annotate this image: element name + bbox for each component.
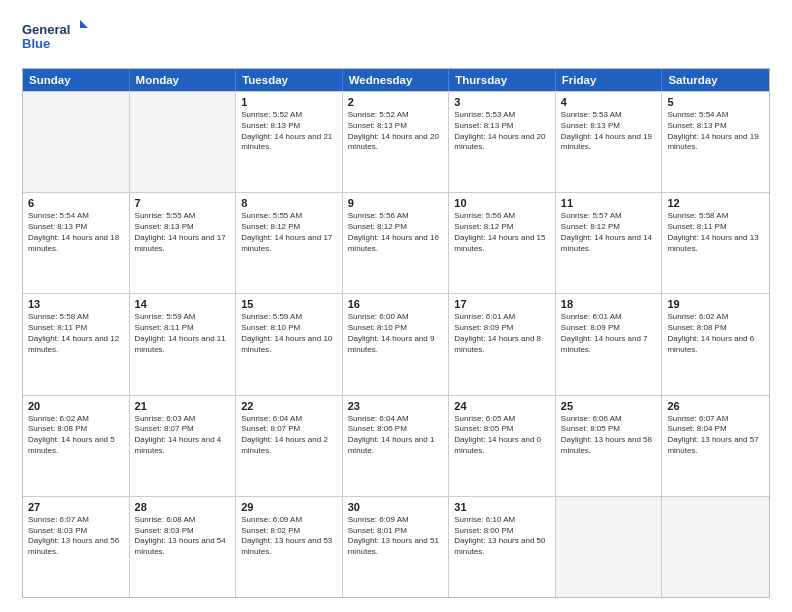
day-number-14: 14 [135, 298, 231, 310]
daylight-30: Daylight: 13 hours and 51 minutes. [348, 536, 444, 558]
daylight-19: Daylight: 14 hours and 6 minutes. [667, 334, 764, 356]
day-number-23: 23 [348, 400, 444, 412]
sunrise-25: Sunrise: 6:06 AM [561, 414, 657, 425]
sunset-1: Sunset: 8:13 PM [241, 121, 337, 132]
day-number-3: 3 [454, 96, 550, 108]
day-27: 27Sunrise: 6:07 AMSunset: 8:03 PMDayligh… [23, 497, 130, 597]
sunrise-22: Sunrise: 6:04 AM [241, 414, 337, 425]
day-number-22: 22 [241, 400, 337, 412]
sunset-17: Sunset: 8:09 PM [454, 323, 550, 334]
sunrise-17: Sunrise: 6:01 AM [454, 312, 550, 323]
calendar-header: SundayMondayTuesdayWednesdayThursdayFrid… [23, 69, 769, 91]
logo: General Blue [22, 18, 92, 58]
empty-cell-4-6 [662, 497, 769, 597]
week-row-4: 20Sunrise: 6:02 AMSunset: 8:08 PMDayligh… [23, 395, 769, 496]
calendar-body: 1Sunrise: 5:52 AMSunset: 8:13 PMDaylight… [23, 91, 769, 597]
sunset-21: Sunset: 8:07 PM [135, 424, 231, 435]
sunrise-24: Sunrise: 6:05 AM [454, 414, 550, 425]
day-number-2: 2 [348, 96, 444, 108]
svg-text:Blue: Blue [22, 36, 50, 51]
header-sunday: Sunday [23, 69, 130, 91]
sunrise-15: Sunrise: 5:59 AM [241, 312, 337, 323]
sunset-19: Sunset: 8:08 PM [667, 323, 764, 334]
day-number-8: 8 [241, 197, 337, 209]
day-30: 30Sunrise: 6:09 AMSunset: 8:01 PMDayligh… [343, 497, 450, 597]
sunset-31: Sunset: 8:00 PM [454, 526, 550, 537]
daylight-9: Daylight: 14 hours and 16 minutes. [348, 233, 444, 255]
daylight-4: Daylight: 14 hours and 19 minutes. [561, 132, 657, 154]
day-number-21: 21 [135, 400, 231, 412]
sunrise-11: Sunrise: 5:57 AM [561, 211, 657, 222]
sunrise-20: Sunrise: 6:02 AM [28, 414, 124, 425]
daylight-2: Daylight: 14 hours and 20 minutes. [348, 132, 444, 154]
day-number-27: 27 [28, 501, 124, 513]
sunset-15: Sunset: 8:10 PM [241, 323, 337, 334]
sunrise-13: Sunrise: 5:58 AM [28, 312, 124, 323]
daylight-28: Daylight: 13 hours and 54 minutes. [135, 536, 231, 558]
header-tuesday: Tuesday [236, 69, 343, 91]
sunset-22: Sunset: 8:07 PM [241, 424, 337, 435]
sunset-5: Sunset: 8:13 PM [667, 121, 764, 132]
header-thursday: Thursday [449, 69, 556, 91]
day-number-10: 10 [454, 197, 550, 209]
sunset-20: Sunset: 8:08 PM [28, 424, 124, 435]
day-19: 19Sunrise: 6:02 AMSunset: 8:08 PMDayligh… [662, 294, 769, 394]
day-31: 31Sunrise: 6:10 AMSunset: 8:00 PMDayligh… [449, 497, 556, 597]
sunset-29: Sunset: 8:02 PM [241, 526, 337, 537]
sunrise-9: Sunrise: 5:56 AM [348, 211, 444, 222]
day-15: 15Sunrise: 5:59 AMSunset: 8:10 PMDayligh… [236, 294, 343, 394]
sunset-24: Sunset: 8:05 PM [454, 424, 550, 435]
sunset-11: Sunset: 8:12 PM [561, 222, 657, 233]
day-number-30: 30 [348, 501, 444, 513]
daylight-24: Daylight: 14 hours and 0 minutes. [454, 435, 550, 457]
day-number-5: 5 [667, 96, 764, 108]
sunset-2: Sunset: 8:13 PM [348, 121, 444, 132]
day-28: 28Sunrise: 6:08 AMSunset: 8:03 PMDayligh… [130, 497, 237, 597]
sunrise-6: Sunrise: 5:54 AM [28, 211, 124, 222]
sunrise-12: Sunrise: 5:58 AM [667, 211, 764, 222]
sunset-4: Sunset: 8:13 PM [561, 121, 657, 132]
day-11: 11Sunrise: 5:57 AMSunset: 8:12 PMDayligh… [556, 193, 663, 293]
sunset-13: Sunset: 8:11 PM [28, 323, 124, 334]
day-2: 2Sunrise: 5:52 AMSunset: 8:13 PMDaylight… [343, 92, 450, 192]
sunset-14: Sunset: 8:11 PM [135, 323, 231, 334]
daylight-29: Daylight: 13 hours and 53 minutes. [241, 536, 337, 558]
sunrise-30: Sunrise: 6:09 AM [348, 515, 444, 526]
week-row-2: 6Sunrise: 5:54 AMSunset: 8:13 PMDaylight… [23, 192, 769, 293]
sunrise-1: Sunrise: 5:52 AM [241, 110, 337, 121]
page-header: General Blue [22, 18, 770, 58]
day-9: 9Sunrise: 5:56 AMSunset: 8:12 PMDaylight… [343, 193, 450, 293]
day-number-31: 31 [454, 501, 550, 513]
sunrise-28: Sunrise: 6:08 AM [135, 515, 231, 526]
day-18: 18Sunrise: 6:01 AMSunset: 8:09 PMDayligh… [556, 294, 663, 394]
daylight-1: Daylight: 14 hours and 21 minutes. [241, 132, 337, 154]
daylight-21: Daylight: 14 hours and 4 minutes. [135, 435, 231, 457]
sunset-16: Sunset: 8:10 PM [348, 323, 444, 334]
sunrise-27: Sunrise: 6:07 AM [28, 515, 124, 526]
daylight-22: Daylight: 14 hours and 2 minutes. [241, 435, 337, 457]
day-10: 10Sunrise: 5:56 AMSunset: 8:12 PMDayligh… [449, 193, 556, 293]
sunrise-31: Sunrise: 6:10 AM [454, 515, 550, 526]
daylight-16: Daylight: 14 hours and 9 minutes. [348, 334, 444, 356]
empty-cell-4-5 [556, 497, 663, 597]
daylight-12: Daylight: 14 hours and 13 minutes. [667, 233, 764, 255]
sunrise-18: Sunrise: 6:01 AM [561, 312, 657, 323]
sunset-12: Sunset: 8:11 PM [667, 222, 764, 233]
sunrise-5: Sunrise: 5:54 AM [667, 110, 764, 121]
sunrise-4: Sunrise: 5:53 AM [561, 110, 657, 121]
empty-cell-0-1 [130, 92, 237, 192]
day-number-15: 15 [241, 298, 337, 310]
sunset-18: Sunset: 8:09 PM [561, 323, 657, 334]
day-number-9: 9 [348, 197, 444, 209]
day-21: 21Sunrise: 6:03 AMSunset: 8:07 PMDayligh… [130, 396, 237, 496]
sunrise-19: Sunrise: 6:02 AM [667, 312, 764, 323]
day-number-7: 7 [135, 197, 231, 209]
week-row-5: 27Sunrise: 6:07 AMSunset: 8:03 PMDayligh… [23, 496, 769, 597]
daylight-10: Daylight: 14 hours and 15 minutes. [454, 233, 550, 255]
daylight-26: Daylight: 13 hours and 57 minutes. [667, 435, 764, 457]
day-number-4: 4 [561, 96, 657, 108]
day-6: 6Sunrise: 5:54 AMSunset: 8:13 PMDaylight… [23, 193, 130, 293]
sunset-26: Sunset: 8:04 PM [667, 424, 764, 435]
header-saturday: Saturday [662, 69, 769, 91]
sunrise-26: Sunrise: 6:07 AM [667, 414, 764, 425]
